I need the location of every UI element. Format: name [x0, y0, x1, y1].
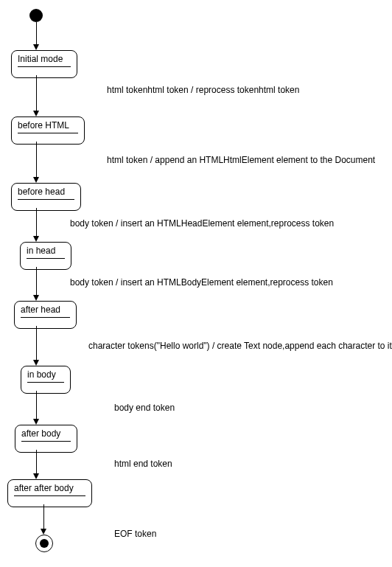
state-in-head: in head	[20, 242, 71, 270]
state-label: after body	[21, 428, 71, 442]
arrow-head	[33, 473, 39, 479]
arrow	[43, 504, 44, 530]
arrow-head	[33, 177, 39, 183]
arrow	[36, 267, 37, 296]
transition-label: body end token	[114, 403, 175, 413]
transition-label: html token / append an HTMLHtmlElement e…	[107, 155, 375, 165]
state-label: before head	[18, 187, 74, 200]
state-label: in head	[27, 246, 65, 259]
transition-label: body token / insert an HTMLHeadElement e…	[70, 218, 334, 229]
state-label: in body	[27, 369, 64, 383]
state-after-after-body: after after body	[7, 479, 92, 507]
transition-label: html end token	[114, 459, 172, 469]
arrow-head	[33, 236, 39, 242]
state-after-head: after head	[14, 301, 77, 329]
state-label: before HTML	[18, 120, 78, 133]
arrow-head	[41, 529, 46, 535]
transition-label: html tokenhtml token / reprocess tokenht…	[107, 85, 299, 95]
arrow	[36, 326, 37, 361]
transition-label: body token / insert an HTMLBodyElement e…	[70, 277, 333, 288]
arrow	[36, 450, 37, 475]
state-after-body: after body	[15, 425, 77, 453]
state-label: after head	[21, 305, 70, 318]
state-initial-mode: Initial mode	[11, 50, 77, 78]
arrow	[36, 75, 37, 112]
state-before-head: before head	[11, 183, 81, 211]
state-before-html: before HTML	[11, 116, 85, 145]
arrow-head	[33, 360, 39, 366]
state-label: after after body	[14, 483, 85, 496]
start-node	[29, 9, 43, 22]
arrow-head	[33, 111, 39, 116]
end-node	[35, 535, 53, 552]
arrow	[36, 142, 37, 178]
end-node-inner	[40, 539, 49, 548]
arrow-head	[33, 44, 39, 50]
transition-label: EOF token	[114, 529, 156, 539]
arrow-head	[33, 295, 39, 301]
arrow	[36, 391, 37, 420]
state-label: Initial mode	[18, 54, 71, 67]
arrow	[36, 208, 37, 237]
arrow	[36, 22, 37, 46]
arrow-head	[33, 419, 39, 425]
transition-label: character tokens("Hello world") / create…	[88, 341, 392, 351]
state-in-body: in body	[21, 366, 71, 394]
